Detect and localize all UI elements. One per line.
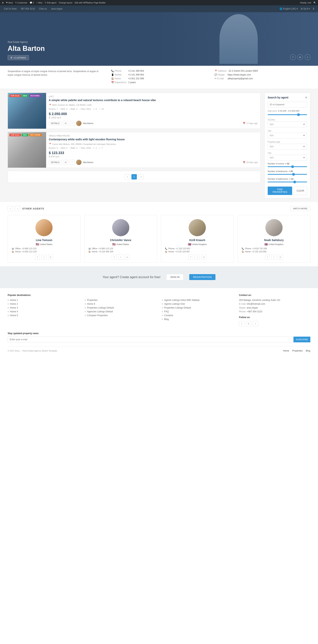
home4-link[interactable]: Home 4 (10, 310, 18, 313)
admin-area[interactable]: ⚑ Area (6, 2, 13, 4)
bedrooms-slider[interactable] (268, 174, 307, 175)
email-value[interactable]: allieproperty@gmail.com (227, 77, 253, 80)
admin-change-layout[interactable]: Change layout (59, 2, 72, 4)
agents-prev-btn[interactable]: ‹ (8, 206, 13, 211)
bathrooms-slider[interactable] (268, 182, 307, 182)
footer-twitter-btn[interactable]: t (253, 321, 258, 326)
favorite-btn-2[interactable]: ♡ (70, 160, 75, 165)
compare-link[interactable]: Compare Properties (87, 314, 108, 317)
agents-inline-link[interactable]: Agents Listings Inline With Sidebar (164, 299, 200, 302)
admin-customize[interactable]: ✎ Customize (15, 2, 27, 4)
subscribe-button[interactable]: SUBSCRIBE (293, 336, 310, 342)
dot-icon (162, 311, 163, 312)
next-page-btn[interactable]: › (138, 174, 144, 180)
rooms-slider[interactable] (268, 166, 307, 167)
admin-search-icon[interactable]: 🔍 (313, 2, 316, 4)
call-number[interactable]: 987 654 3210 (21, 8, 35, 10)
admin-wpbakery[interactable]: Edit with WPBakery Page Builder (75, 2, 106, 4)
location-icon-2: 📍 (49, 143, 52, 145)
instagram-social-btn[interactable]: in (297, 54, 303, 60)
watch-more-button[interactable]: WATCH MORE (290, 206, 310, 211)
agents-next-btn[interactable]: › (15, 206, 20, 211)
admin-edit-agent[interactable]: ✎ Edit agent (45, 2, 57, 4)
faq-link[interactable]: FAQ (164, 310, 169, 313)
agent-name-3[interactable]: Kirill Krauch (164, 238, 231, 242)
agents-grid-link[interactable]: Agents Listings Grid (164, 302, 185, 305)
agent-avatar-kirill (189, 219, 206, 236)
prop-listings2-link[interactable]: Properties Listings Default (164, 306, 191, 309)
instagram-btn-4[interactable]: in (278, 254, 283, 260)
chat-value[interactable]: area.skype (51, 8, 62, 10)
newsletter-input[interactable] (8, 336, 293, 342)
find-properties-button[interactable]: FIND PROPERTIES (268, 186, 292, 195)
prev-page-btn[interactable]: ‹ (125, 174, 130, 180)
facebook-btn-4[interactable]: f (265, 254, 270, 260)
agent-name-1[interactable]: Lina Tomson (11, 238, 77, 242)
dot-icon (8, 315, 9, 316)
city-select[interactable]: N/A (268, 133, 307, 138)
home6-link[interactable]: Home 6 (87, 302, 95, 305)
footer-blog-link[interactable]: Blog (306, 350, 310, 352)
prop-listings-link[interactable]: Properties Listings Default (87, 306, 114, 309)
instagram-btn-2[interactable]: in (125, 254, 130, 260)
footer-facebook-btn[interactable]: f (239, 321, 244, 326)
details-button-1[interactable]: DETAILS (49, 121, 62, 126)
compare-btn-1[interactable]: ⊞ (63, 121, 68, 126)
listing-title-2[interactable]: Contemporary white walls with light wood… (49, 138, 258, 142)
listing-footer-2: DETAILS ⊞ ♡ Alta Barton 📅 18 days ago (49, 160, 258, 165)
unit-selector[interactable]: ⊞ Sq ft ▾ (301, 8, 310, 10)
favorite-btn-1[interactable]: ♡ (70, 121, 75, 126)
twitter-btn-1[interactable]: t (42, 254, 47, 260)
country-select[interactable]: N/A (268, 122, 307, 127)
instagram-btn-3[interactable]: in (201, 254, 206, 260)
home3-link[interactable]: Home 3 (10, 306, 18, 309)
footer-popular-col1: Popular destinations: Home 1 Home 2 Home… (8, 294, 79, 326)
page-1-btn[interactable]: 1 (131, 174, 137, 180)
wp-logo[interactable]: ⊞ (2, 2, 4, 4)
contacts-link[interactable]: Contacts (164, 314, 173, 317)
footer-properties-link[interactable]: Properties (292, 350, 303, 352)
language-selector[interactable]: 🌐 English (UK) ▾ (279, 8, 298, 10)
facebook-social-btn[interactable]: f (290, 54, 296, 60)
admin-comments[interactable]: 💬 3 (30, 2, 34, 4)
twitter-btn-3[interactable]: t (195, 254, 200, 260)
price-range-slider[interactable] (268, 114, 307, 115)
home5-link[interactable]: Home 5 (10, 314, 18, 317)
footer-home-link[interactable]: Home (283, 350, 289, 352)
agent-office-2: 🏢 Office: +3 000 113 123 (88, 247, 154, 250)
agencies-link[interactable]: Agencies Listings Default (87, 310, 113, 313)
details-button-2[interactable]: DETAILS (49, 160, 62, 164)
listing-badges-1: FOR SALE NEW FEATURED (9, 94, 41, 97)
footer-google-btn[interactable]: G (246, 321, 251, 326)
mobile-row: 📱 Mobile: +3 141 399 654 (111, 74, 207, 76)
listings-button[interactable]: ⊞ +2 LISTINGS (8, 55, 29, 60)
agent-name-4[interactable]: Noah Sailsbury (241, 238, 307, 242)
extra2-meta-2: / : 7 (99, 147, 103, 149)
facebook-btn-3[interactable]: f (188, 254, 193, 260)
properties-link[interactable]: Properties (87, 299, 98, 302)
agent-social-2: f t in (88, 254, 154, 260)
search-sidebar: Search by agent Sale price: $ 55.000 - $… (264, 93, 310, 198)
facebook-btn-2[interactable]: f (112, 254, 117, 260)
instagram-btn-1[interactable]: in (48, 254, 53, 260)
twitter-btn-2[interactable]: t (118, 254, 123, 260)
listing-title-1[interactable]: A simple white palette and natural textu… (49, 98, 258, 102)
admin-new[interactable]: + New (36, 2, 43, 4)
registration-button[interactable]: REGISTRATION (189, 274, 215, 280)
facebook-btn-1[interactable]: f (35, 254, 40, 260)
home2-link[interactable]: Home 2 (10, 302, 18, 305)
signin-button[interactable]: SIGN IN (166, 274, 183, 280)
skype-value[interactable]: https://www.skype.com (227, 74, 251, 76)
clear-button[interactable]: CLEAR (294, 186, 307, 195)
twitter-social-btn[interactable]: t (304, 54, 310, 60)
agent-name-2[interactable]: Christofer Vance (88, 238, 154, 242)
city2-select[interactable]: N/A (268, 155, 307, 160)
twitter-btn-4[interactable]: t (271, 254, 276, 260)
currency-selector[interactable]: $ (313, 8, 314, 10)
home1-link[interactable]: Home 1 (10, 299, 18, 302)
compare-btn-2[interactable]: ⊞ (63, 160, 68, 165)
id-keyword-input[interactable] (268, 102, 307, 108)
bathrooms-label: Number of bathrooms: < 14 (268, 178, 307, 180)
property-type-select[interactable]: N/A (268, 144, 307, 150)
blog-link[interactable]: Blog (164, 318, 169, 320)
